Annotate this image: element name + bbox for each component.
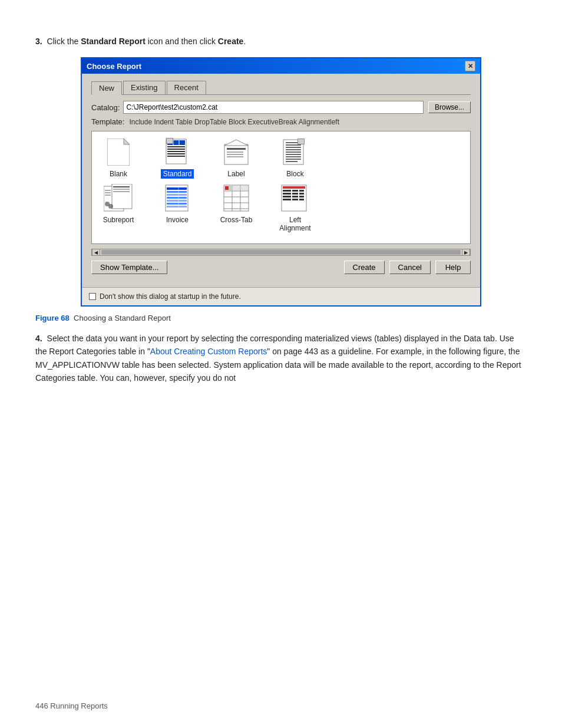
scroll-right-button[interactable]: ▶ bbox=[462, 249, 470, 256]
create-button[interactable]: Create bbox=[344, 261, 385, 274]
svg-rect-38 bbox=[105, 195, 111, 196]
svg-rect-15 bbox=[227, 148, 246, 150]
browse-button[interactable]: Browse... bbox=[428, 101, 471, 113]
standard-label: Standard bbox=[161, 169, 194, 179]
invoice-label: Invoice bbox=[164, 215, 191, 225]
template-label: Template: bbox=[91, 117, 124, 126]
scroll-track bbox=[101, 250, 461, 255]
svg-rect-17 bbox=[227, 154, 243, 155]
svg-rect-68 bbox=[283, 196, 291, 197]
invoice-icon-graphic bbox=[163, 183, 192, 213]
svg-rect-28 bbox=[286, 161, 297, 162]
svg-rect-45 bbox=[167, 197, 187, 199]
horizontal-scrollbar[interactable]: ◀ ▶ bbox=[91, 249, 471, 256]
svg-rect-70 bbox=[299, 196, 304, 197]
icon-standard[interactable]: Standard bbox=[157, 137, 198, 179]
catalog-input[interactable] bbox=[123, 101, 424, 114]
svg-marker-14 bbox=[224, 140, 248, 146]
dont-show-checkbox[interactable] bbox=[89, 293, 96, 300]
svg-rect-25 bbox=[286, 154, 301, 155]
help-button[interactable]: Help bbox=[435, 261, 471, 274]
svg-point-40 bbox=[108, 204, 113, 209]
close-button[interactable]: ✕ bbox=[465, 61, 475, 71]
svg-marker-1 bbox=[124, 139, 130, 144]
svg-rect-42 bbox=[167, 187, 187, 190]
dont-show-label: Don't show this dialog at startup in the… bbox=[100, 292, 241, 301]
catalog-label: Catalog: bbox=[91, 103, 120, 112]
step3-bold1: Standard Report bbox=[81, 37, 146, 46]
left-alignment-label: Left Alignment bbox=[275, 215, 316, 233]
dialog-buttons: Show Template... Create Cancel Help bbox=[91, 261, 471, 274]
icons-row-2: Subreport bbox=[98, 183, 464, 233]
svg-rect-7 bbox=[167, 153, 185, 154]
blank-icon-graphic bbox=[104, 137, 133, 167]
svg-rect-63 bbox=[292, 190, 298, 192]
checkbox-row: Don't show this dialog at startup in the… bbox=[82, 287, 480, 305]
subreport-icon-graphic bbox=[104, 183, 133, 213]
tab-new[interactable]: New bbox=[91, 81, 122, 95]
step3-number: 3. bbox=[35, 37, 42, 46]
svg-rect-66 bbox=[292, 193, 298, 195]
label-icon-graphic bbox=[222, 137, 251, 167]
icon-block[interactable]: Block bbox=[275, 137, 316, 179]
svg-rect-21 bbox=[286, 144, 301, 146]
cross-tab-icon-graphic bbox=[222, 183, 251, 213]
svg-rect-59 bbox=[225, 186, 229, 190]
dialog-titlebar: Choose Report ✕ bbox=[82, 58, 480, 74]
svg-rect-62 bbox=[283, 190, 291, 192]
svg-rect-48 bbox=[167, 206, 187, 207]
blank-label: Blank bbox=[107, 169, 130, 179]
svg-rect-30 bbox=[298, 139, 304, 144]
standard-icon-graphic bbox=[163, 137, 192, 167]
figure-caption-desc: Choosing a Standard Report bbox=[74, 314, 171, 322]
subreport-svg bbox=[104, 184, 133, 212]
invoice-svg bbox=[164, 184, 190, 212]
step4-number: 4. bbox=[35, 334, 42, 343]
dialog-title: Choose Report bbox=[87, 62, 141, 71]
svg-rect-22 bbox=[286, 147, 301, 148]
cancel-button[interactable]: Cancel bbox=[389, 261, 431, 274]
svg-rect-23 bbox=[286, 149, 301, 150]
block-icon-graphic bbox=[280, 137, 310, 167]
left-alignment-icon-graphic bbox=[280, 183, 310, 213]
cross-tab-svg bbox=[223, 184, 250, 212]
scroll-left-button[interactable]: ◀ bbox=[92, 249, 100, 256]
svg-rect-47 bbox=[167, 203, 187, 205]
subreport-label: Subreport bbox=[101, 215, 137, 225]
figure-caption: Figure 68 Choosing a Standard Report bbox=[35, 314, 527, 322]
svg-rect-26 bbox=[286, 156, 301, 157]
tab-existing[interactable]: Existing bbox=[123, 81, 166, 94]
tab-recent[interactable]: Recent bbox=[167, 81, 206, 94]
icon-invoice[interactable]: Invoice bbox=[157, 183, 198, 233]
choose-report-dialog: Choose Report ✕ New Existing Recent Cata… bbox=[81, 57, 481, 307]
show-template-button[interactable]: Show Template... bbox=[91, 261, 167, 274]
block-doc-svg bbox=[282, 139, 308, 166]
page-footer: 446 Running Reports bbox=[35, 701, 108, 710]
template-row: Template: Include Indent Table DropTable… bbox=[91, 117, 471, 126]
svg-rect-8 bbox=[167, 156, 185, 157]
label-doc-svg bbox=[223, 139, 249, 166]
svg-rect-46 bbox=[167, 200, 187, 202]
svg-rect-6 bbox=[167, 151, 185, 152]
about-creating-link[interactable]: About Creating Custom Reports bbox=[150, 347, 267, 356]
standard-doc-svg bbox=[165, 138, 190, 166]
icon-label[interactable]: Label bbox=[216, 137, 257, 179]
icon-subreport[interactable]: Subreport bbox=[98, 183, 139, 233]
step4-block: 4. Select the data you want in your repo… bbox=[35, 332, 527, 385]
block-label: Block bbox=[284, 169, 306, 179]
catalog-row: Catalog: Browse... bbox=[91, 101, 471, 114]
svg-rect-72 bbox=[292, 199, 298, 200]
svg-rect-44 bbox=[167, 194, 187, 196]
icon-left-alignment[interactable]: Left Alignment bbox=[275, 183, 316, 233]
svg-rect-5 bbox=[167, 149, 185, 150]
icons-row-1: Blank bbox=[98, 137, 464, 179]
svg-rect-35 bbox=[113, 191, 130, 192]
step3-bold2: Create bbox=[218, 37, 244, 46]
icons-area: Blank bbox=[91, 131, 471, 244]
icon-cross-tab[interactable]: Cross-Tab bbox=[216, 183, 257, 233]
icon-blank[interactable]: Blank bbox=[98, 137, 139, 179]
svg-rect-73 bbox=[299, 199, 304, 200]
left-align-svg bbox=[280, 184, 310, 212]
svg-rect-18 bbox=[227, 156, 243, 157]
svg-rect-43 bbox=[167, 191, 187, 193]
